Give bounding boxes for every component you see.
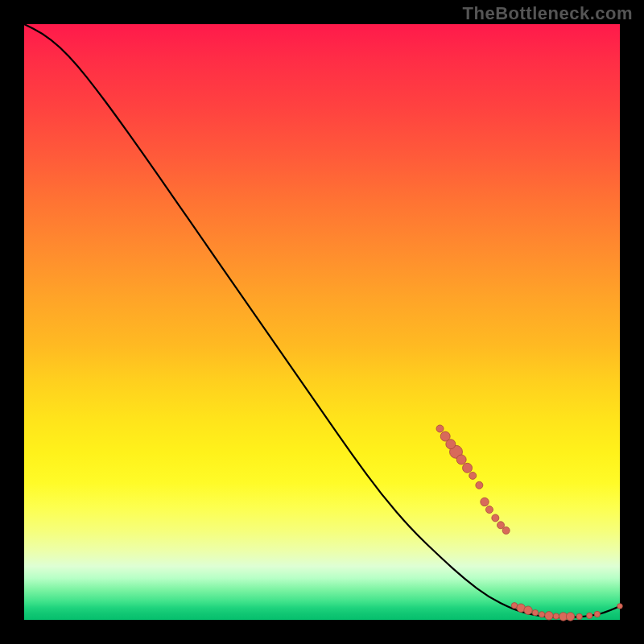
data-marker <box>502 527 510 535</box>
data-marker <box>436 425 444 432</box>
data-marker <box>456 455 466 464</box>
watermark-text: TheBottleneck.com <box>463 3 633 24</box>
chart-canvas <box>24 24 620 620</box>
bottleneck-curve <box>24 24 620 617</box>
data-marker <box>617 604 623 609</box>
data-marker <box>553 613 559 619</box>
marker-group <box>436 425 622 621</box>
data-marker <box>524 606 532 614</box>
data-marker <box>539 612 544 617</box>
data-marker <box>576 613 582 619</box>
data-marker <box>587 613 592 618</box>
data-marker <box>485 506 493 514</box>
data-marker <box>446 440 456 449</box>
data-marker <box>594 611 600 617</box>
data-marker <box>545 612 553 620</box>
data-marker <box>463 463 473 473</box>
data-marker <box>497 522 505 529</box>
data-marker <box>469 472 477 479</box>
data-marker <box>481 497 489 506</box>
chart-stage: TheBottleneck.com <box>0 0 644 644</box>
plot-area <box>24 24 620 620</box>
data-marker <box>566 613 574 621</box>
data-marker <box>476 481 483 489</box>
data-marker <box>492 514 499 522</box>
data-marker <box>532 609 538 615</box>
